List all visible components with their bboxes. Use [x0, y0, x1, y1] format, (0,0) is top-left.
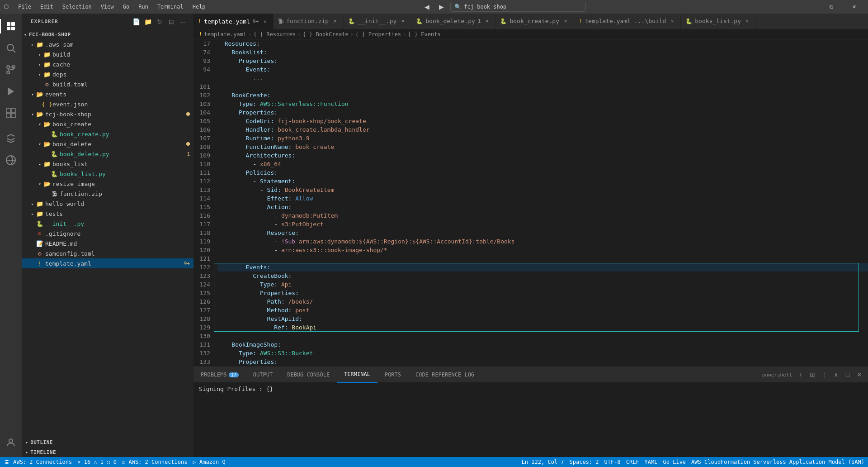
sidebar-item-tests[interactable]: ▸ 📁 tests — [22, 209, 193, 219]
more-actions-button[interactable]: ··· — [178, 17, 188, 27]
status-remote[interactable]: AWS: 2 Connections — [4, 459, 72, 466]
tab-book-create-py-close[interactable]: ✕ — [562, 18, 569, 25]
sidebar-item-books-list-py[interactable]: ▸ 🐍 books_list.py — [22, 169, 193, 179]
fcj-label: fcj-book-shop — [45, 111, 184, 118]
sidebar-item-samconfig-toml[interactable]: ▸ ⚙ samconfig.toml — [22, 248, 193, 258]
window-minimize-button[interactable]: ─ — [798, 0, 819, 14]
tab-template-yaml-build-close[interactable]: ✕ — [669, 18, 676, 25]
sidebar-item-cache[interactable]: ▸ 📁 cache — [22, 59, 193, 69]
nav-back-button[interactable]: ◀ — [421, 1, 432, 12]
breadcrumb-properties[interactable]: { } Properties — [355, 31, 401, 38]
timeline-panel-header[interactable]: ▸ TIMELINE — [22, 447, 193, 457]
sidebar-item-book-delete-py[interactable]: ▸ 🐍 book_delete.py 1 — [22, 149, 193, 159]
tab-template-yaml-build[interactable]: ! template.yaml ...\build ✕ — [574, 14, 681, 29]
search-bar[interactable]: 🔍 fcj-book-shop — [450, 2, 586, 12]
activity-search[interactable] — [0, 37, 22, 59]
activity-run-debug[interactable] — [0, 81, 22, 102]
sidebar-item-event-json[interactable]: ▸ { } event.json — [22, 99, 193, 109]
terminal-maximize-button[interactable]: □ — [843, 370, 853, 380]
sidebar-item-fcj-book-shop[interactable]: ▾ 📂 fcj-book-shop — [22, 109, 193, 119]
activity-source-control[interactable] — [0, 59, 22, 81]
menu-edit[interactable]: Edit — [37, 3, 57, 11]
sidebar-item-aws-sam[interactable]: ▸ 📁 .aws-sam — [22, 39, 193, 49]
activity-aws[interactable] — [0, 128, 22, 149]
tab-function-zip[interactable]: 🗜 function.zip ✕ — [274, 14, 344, 29]
terminal-tab-problems[interactable]: PROBLEMS 17 — [193, 367, 246, 383]
outline-panel-header[interactable]: ▸ OUTLINE — [22, 437, 193, 447]
terminal-split-button[interactable]: ⊞ — [807, 370, 817, 380]
line-number-102: 102 — [197, 91, 210, 100]
sidebar-item-book-delete-folder[interactable]: ▾ 📂 book_delete — [22, 139, 193, 149]
sidebar-item-books-list-folder[interactable]: ▸ 📁 books_list — [22, 159, 193, 169]
breadcrumb-events[interactable]: { } Events — [408, 31, 440, 38]
menu-help[interactable]: Help — [189, 3, 209, 11]
window-close-button[interactable]: ✕ — [844, 0, 864, 14]
status-aws-connections[interactable]: ☑ AWS: 2 Connections — [122, 459, 188, 465]
tab-books-list-close[interactable]: ✕ — [744, 18, 751, 25]
status-spaces[interactable]: Spaces: 2 — [570, 459, 599, 465]
sidebar-item-events[interactable]: ▾ 📂 events — [22, 89, 193, 99]
tab-books-list-py[interactable]: 🐍 books_list.py ✕ — [681, 14, 756, 29]
refresh-button[interactable]: ↻ — [155, 17, 165, 27]
sidebar-item-build[interactable]: ▸ 📁 build — [22, 49, 193, 59]
menu-go[interactable]: Go — [119, 3, 133, 11]
sidebar-item-gitignore[interactable]: ▸ ⊙ .gitignore — [22, 229, 193, 238]
code-line-120: - arn:aws:s3:::book-image-shop/* — [217, 246, 868, 254]
terminal-tab-ports[interactable]: PORTS — [377, 367, 408, 383]
menu-selection[interactable]: Selection — [59, 3, 95, 11]
breadcrumb-resources[interactable]: { } Resources — [253, 31, 296, 38]
sidebar-item-deps[interactable]: ▸ 📁 deps — [22, 69, 193, 79]
tab-init-py[interactable]: 🐍 __init__.py ✕ — [344, 14, 411, 29]
tab-template-yaml-close[interactable]: ✕ — [261, 18, 269, 25]
status-cloudformation[interactable]: AWS CloudFormation Serverless Applicatio… — [691, 459, 864, 465]
sidebar-item-readme[interactable]: ▸ 📝 README.md — [22, 238, 193, 248]
sidebar-item-init-py[interactable]: ▸ 🐍 __init__.py — [22, 219, 193, 229]
sidebar-item-book-create-py[interactable]: ▸ 🐍 book_create.py — [22, 129, 193, 139]
breadcrumb-book-create[interactable]: { } BookCreate — [303, 31, 349, 38]
sidebar-item-resize-image[interactable]: ▾ 📂 resize_image — [22, 179, 193, 189]
terminal-tab-debug-console[interactable]: DEBUG CONSOLE — [280, 367, 337, 383]
breadcrumb-template-yaml[interactable]: template.yaml — [204, 31, 246, 38]
tab-book-delete-py[interactable]: 🐍 book_delete.py 1 ✕ — [411, 14, 495, 29]
terminal-more-button[interactable]: ⋮ — [819, 370, 829, 380]
collapse-button[interactable]: ⊟ — [166, 17, 176, 27]
menu-file[interactable]: File — [14, 3, 35, 11]
status-position[interactable]: Ln 122, Col 7 — [522, 459, 564, 465]
terminal-content[interactable]: Signing Profiles : {} — [193, 383, 868, 457]
new-folder-button[interactable]: 📁 — [143, 17, 153, 27]
status-encoding[interactable]: UTF-8 — [604, 459, 621, 465]
sidebar-item-function-zip[interactable]: ▸ 🗜 function.zip — [22, 189, 193, 199]
status-amazon-q[interactable]: ▷ Amazon Q — [193, 459, 225, 465]
terminal-close-button[interactable]: ✕ — [854, 370, 864, 380]
menu-terminal[interactable]: Terminal — [154, 3, 187, 11]
activity-extensions[interactable] — [0, 102, 22, 124]
tab-book-create-py[interactable]: 🐍 book_create.py ✕ — [495, 14, 574, 29]
new-file-button[interactable]: 📄 — [131, 17, 141, 27]
sidebar-item-hello-world[interactable]: ▸ 📁 hello_world — [22, 199, 193, 209]
activity-explorer[interactable] — [0, 15, 22, 37]
terminal-minimize-button[interactable]: ∧ — [831, 370, 841, 380]
tab-book-delete-py-close[interactable]: ✕ — [483, 18, 491, 25]
sidebar-item-template-yaml[interactable]: ▸ ! template.yaml 9+ — [22, 258, 193, 268]
code-content[interactable]: Resources: BooksList: Properties: Events… — [214, 39, 868, 367]
status-language[interactable]: YAML — [645, 459, 658, 465]
status-errors[interactable]: ✕ 16 △ 1 ○ 0 — [77, 459, 117, 465]
status-golive[interactable]: Go Live — [663, 459, 686, 465]
window-restore-button[interactable]: ⧉ — [821, 0, 842, 14]
menu-view[interactable]: View — [97, 3, 118, 11]
activity-remote[interactable] — [0, 149, 22, 171]
tab-init-py-close[interactable]: ✕ — [399, 18, 406, 25]
tab-function-zip-close[interactable]: ✕ — [331, 18, 339, 25]
terminal-tab-terminal[interactable]: TERMINAL — [337, 367, 377, 383]
nav-forward-button[interactable]: ▶ — [436, 1, 447, 12]
sidebar-root[interactable]: ▾ FCI-BOOK-SHOP — [22, 29, 193, 39]
terminal-tab-output[interactable]: OUTPUT — [246, 367, 280, 383]
terminal-new-button[interactable]: + — [796, 370, 806, 380]
tab-template-yaml[interactable]: ! template.yaml 9+ ✕ — [193, 14, 274, 29]
menu-run[interactable]: Run — [135, 3, 152, 11]
terminal-tab-code-ref[interactable]: CODE REFERENCE LOG — [408, 367, 481, 383]
sidebar-item-book-create-folder[interactable]: ▾ 📂 book_create — [22, 119, 193, 129]
sidebar-item-build-toml[interactable]: ▸ ⚙ build.toml — [22, 79, 193, 89]
status-eol[interactable]: CRLF — [626, 459, 639, 465]
activity-account[interactable] — [0, 432, 22, 453]
